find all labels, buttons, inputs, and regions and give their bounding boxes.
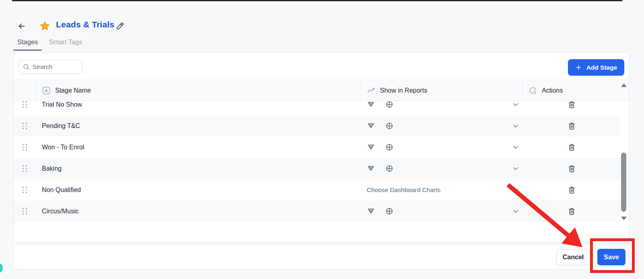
delete-stage-button[interactable] <box>568 186 576 194</box>
stage-name: Pending T&C <box>36 122 361 130</box>
chevron-down-icon[interactable] <box>512 144 519 151</box>
chevron-down-icon[interactable] <box>512 122 519 130</box>
table-row-won-to-enrol: Won - To Enrol <box>14 136 621 158</box>
delete-stage-button[interactable] <box>568 101 576 109</box>
column-label: Show in Reports <box>380 87 427 94</box>
search-input[interactable] <box>33 63 75 70</box>
tab-stages[interactable]: Stages <box>13 37 42 51</box>
drag-column-header <box>14 80 36 101</box>
scrollbar-thumb[interactable] <box>621 153 626 212</box>
cursor-click-icon <box>528 86 537 95</box>
search-box <box>19 60 82 74</box>
table-row-circus-music: Circus/Music <box>14 200 621 222</box>
trash-icon <box>568 164 576 173</box>
trash-icon <box>568 143 576 151</box>
cancel-button[interactable]: Cancel <box>556 249 590 265</box>
add-stage-label: Add Stage <box>586 64 617 71</box>
funnel-chart-icon[interactable] <box>367 143 375 151</box>
back-button[interactable] <box>17 22 26 31</box>
drag-handle[interactable] <box>23 101 27 108</box>
column-label: Stage Name <box>55 87 91 94</box>
stages-panel: Add Stage A Stage Name Show in Reports <box>13 52 629 242</box>
delete-stage-button[interactable] <box>568 207 576 215</box>
chevron-down-icon[interactable] <box>512 208 519 215</box>
column-label: Actions <box>542 87 563 94</box>
scroll-up-arrow-icon[interactable] <box>621 83 627 87</box>
table-row-trial-no-show: Trial No Show <box>14 101 621 115</box>
page-title: Leads & Trials <box>56 20 114 29</box>
column-header-stage-name: A Stage Name <box>36 80 361 101</box>
column-header-actions: Actions <box>522 80 629 101</box>
star-icon[interactable] <box>39 21 50 31</box>
add-stage-button[interactable]: Add Stage <box>568 59 624 76</box>
letter-a-box-icon: A <box>42 86 51 95</box>
tab-bar: Stages Smart Tags <box>13 37 87 51</box>
window-top-edge <box>12 0 622 1</box>
table-row-baking: Baking <box>14 158 621 179</box>
stage-name: Circus/Music <box>36 208 361 215</box>
pie-chart-icon[interactable] <box>385 101 394 109</box>
pie-chart-icon[interactable] <box>385 164 394 173</box>
scroll-down-arrow-icon[interactable] <box>621 217 627 220</box>
chat-widget-edge[interactable] <box>0 264 3 273</box>
vertical-scrollbar <box>620 80 628 223</box>
pie-chart-icon[interactable] <box>385 143 394 151</box>
delete-stage-button[interactable] <box>568 164 576 173</box>
funnel-chart-icon[interactable] <box>367 164 375 173</box>
save-button[interactable]: Save <box>597 249 625 265</box>
delete-stage-button[interactable] <box>568 122 576 130</box>
tab-smart-tags[interactable]: Smart Tags <box>45 37 86 51</box>
pie-chart-icon[interactable] <box>385 207 394 215</box>
trend-line-icon <box>367 86 376 95</box>
drag-handle[interactable] <box>23 186 27 193</box>
chevron-down-icon[interactable] <box>512 186 519 194</box>
funnel-chart-icon[interactable] <box>367 122 375 130</box>
pie-chart-icon[interactable] <box>385 122 394 130</box>
table-header: A Stage Name Show in Reports Actions <box>14 80 629 101</box>
plus-icon <box>575 64 582 71</box>
trash-icon <box>568 101 576 109</box>
arrow-left-icon <box>17 22 26 31</box>
stage-name: Baking <box>36 165 361 172</box>
footer-bar: Cancel Save <box>13 244 629 270</box>
chevron-down-icon[interactable] <box>512 101 519 108</box>
trash-icon <box>568 207 576 215</box>
drag-handle[interactable] <box>23 144 27 151</box>
edit-title-button[interactable] <box>116 21 125 31</box>
funnel-chart-icon[interactable] <box>367 207 375 215</box>
stage-name: Won - To Enrol <box>36 144 361 151</box>
pencil-icon <box>116 21 125 31</box>
drag-handle[interactable] <box>23 208 27 215</box>
drag-handle[interactable] <box>23 165 27 172</box>
delete-stage-button[interactable] <box>568 143 576 151</box>
dashboard-charts-dropdown[interactable]: Choose Dashboard Charts <box>367 186 441 194</box>
chevron-down-icon[interactable] <box>512 165 519 172</box>
funnel-chart-icon[interactable] <box>367 101 375 109</box>
table-row-non-qualified: Non Qualified Choose Dashboard Charts <box>14 179 621 200</box>
table-row-pending-tc: Pending T&C <box>14 115 621 136</box>
trash-icon <box>568 186 576 194</box>
column-header-show-in-reports: Show in Reports <box>361 80 522 101</box>
stage-name: Trial No Show <box>36 101 361 108</box>
search-icon <box>23 64 30 70</box>
trash-icon <box>568 122 576 130</box>
stage-name: Non Qualified <box>36 186 361 194</box>
svg-text:A: A <box>45 88 48 93</box>
drag-handle[interactable] <box>23 122 27 129</box>
page: Leads & Trials Stages Smart Tags Add Sta… <box>0 0 644 279</box>
table-body: Trial No Show Pending T&C <box>14 101 621 223</box>
